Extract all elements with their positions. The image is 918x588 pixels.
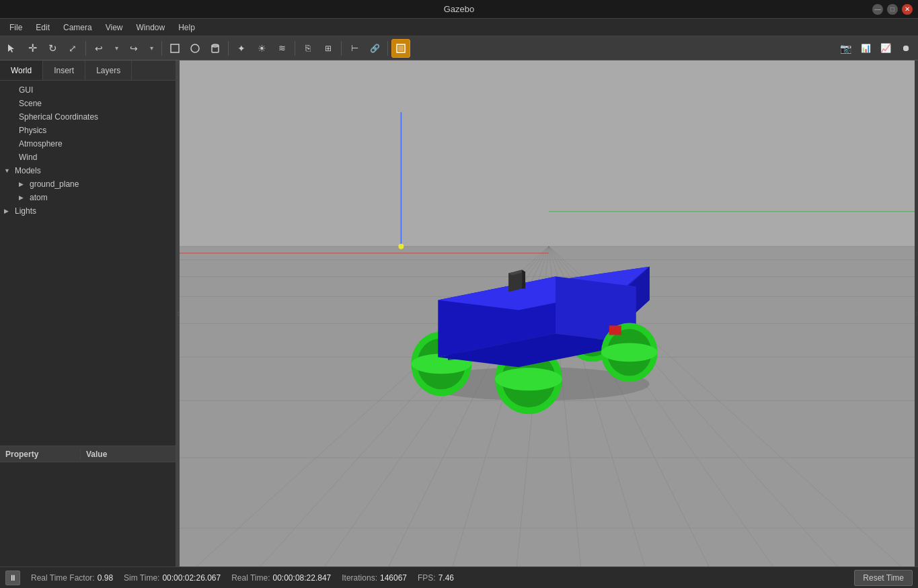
redo-dropdown-button[interactable]: ▾	[145, 39, 158, 58]
real-time-factor-value: 0.98	[98, 573, 113, 583]
snap-button[interactable]: 🔗	[365, 39, 384, 58]
real-time-group: Real Time: 00:00:08:22.847	[231, 573, 331, 583]
redo-button[interactable]: ↪	[124, 39, 143, 58]
box-button[interactable]	[165, 39, 184, 58]
tree-item-scene[interactable]: Scene	[0, 97, 176, 110]
screenshot-button[interactable]: 📷	[836, 39, 855, 58]
svg-rect-5	[398, 46, 404, 51]
menu-help[interactable]: Help	[173, 22, 200, 34]
translate-tool-button[interactable]: ✛	[23, 39, 42, 58]
tree-item-atmosphere[interactable]: Atmosphere	[0, 137, 176, 151]
view-mode-button[interactable]	[391, 39, 410, 58]
layers-tab[interactable]: Layers	[85, 60, 132, 80]
tree-item-gui[interactable]: GUI	[0, 83, 176, 97]
cylinder-button[interactable]	[206, 39, 225, 58]
world-tab[interactable]: World	[0, 60, 43, 80]
app-title: Gazebo	[444, 4, 475, 14]
fps-group: FPS: 7.46	[418, 573, 454, 583]
insert-tab[interactable]: Insert	[43, 60, 85, 80]
dir-light-button[interactable]: ≋	[272, 39, 291, 58]
fps-label: FPS:	[418, 573, 436, 583]
menu-view[interactable]: View	[100, 22, 128, 34]
toolbar-separator-5	[341, 41, 342, 56]
pause-button[interactable]: ⏸	[5, 571, 20, 585]
close-button[interactable]: ✕	[902, 4, 913, 15]
svg-rect-56	[609, 325, 621, 335]
property-body	[0, 462, 176, 566]
viewport-right-handle[interactable]: ⋮	[915, 60, 918, 566]
copy-button[interactable]: ⎘	[299, 39, 317, 58]
main-area: World Insert Layers GUI Scene Spherical …	[0, 60, 918, 566]
real-time-label: Real Time:	[231, 573, 270, 583]
toolbar-separator-2	[161, 41, 162, 56]
iterations-label: Iterations:	[342, 573, 377, 583]
toolbar-separator-6	[387, 41, 388, 56]
tree-item-physics[interactable]: Physics	[0, 124, 176, 137]
svg-point-1	[191, 44, 199, 52]
svg-point-52	[601, 343, 658, 362]
spot-light-button[interactable]: ☀	[252, 39, 271, 58]
tree-item-models[interactable]: ▼ Models	[0, 164, 176, 177]
undo-dropdown-button[interactable]: ▾	[110, 39, 123, 58]
property-header: Property Value	[0, 446, 176, 462]
align-button[interactable]: ⊢	[345, 39, 364, 58]
viewport[interactable]: ⋮	[180, 60, 918, 566]
real-time-factor-group: Real Time Factor: 0.98	[31, 573, 113, 583]
svg-marker-55	[522, 270, 525, 289]
tree-item-atom[interactable]: ▶ atom	[0, 191, 176, 204]
left-panel: World Insert Layers GUI Scene Spherical …	[0, 60, 176, 566]
restore-button[interactable]: □	[887, 4, 898, 15]
reset-time-button[interactable]: Reset Time	[854, 570, 913, 586]
world-tree: GUI Scene Spherical Coordinates Physics …	[0, 81, 176, 446]
menu-bar: FileEditCameraViewWindowHelp	[0, 19, 918, 36]
tree-item-wind[interactable]: Wind	[0, 151, 176, 164]
menu-window[interactable]: Window	[131, 22, 171, 34]
sim-time-group: Sim Time: 00:00:02:26.067	[124, 573, 221, 583]
minimize-button[interactable]: —	[872, 4, 883, 15]
property-panel: Property Value	[0, 446, 176, 566]
sim-time-value: 00:00:02:26.067	[162, 573, 221, 583]
scale-tool-button[interactable]: ⤢	[63, 39, 82, 58]
toolbar-separator-1	[85, 41, 86, 56]
menu-edit[interactable]: Edit	[30, 22, 55, 34]
menu-camera[interactable]: Camera	[58, 22, 98, 34]
toolbar-separator-3	[228, 41, 229, 56]
plot-button[interactable]: 📈	[876, 39, 895, 58]
panel-tabs: World Insert Layers	[0, 60, 176, 81]
svg-point-57	[398, 244, 404, 249]
title-bar: Gazebo — □ ✕	[0, 0, 918, 19]
status-bar: ⏸ Real Time Factor: 0.98 Sim Time: 00:00…	[0, 566, 918, 588]
viewport-canvas	[180, 60, 918, 566]
value-col-label: Value	[81, 450, 112, 459]
window-controls: — □ ✕	[872, 4, 913, 15]
tree-item-lights[interactable]: ▶ Lights	[0, 204, 176, 218]
iterations-value: 146067	[380, 573, 407, 583]
sphere-button[interactable]	[186, 39, 204, 58]
record-button[interactable]: ⏺	[896, 39, 915, 58]
undo-button[interactable]: ↩	[89, 39, 108, 58]
toolbar: ✛ ↻ ⤢ ↩ ▾ ↪ ▾ ✦ ☀ ≋ ⎘ ⊞ ⊢ 🔗 📷 📊 📈 ⏺	[0, 36, 918, 60]
property-col-label: Property	[0, 450, 81, 459]
log-button[interactable]: 📊	[856, 39, 875, 58]
menu-file[interactable]: File	[4, 22, 28, 34]
tree-item-ground-plane[interactable]: ▶ ground_plane	[0, 177, 176, 191]
fps-value: 7.46	[438, 573, 454, 583]
toolbar-separator-4	[295, 41, 295, 56]
select-tool-button[interactable]	[3, 39, 22, 58]
tree-item-spherical-coordinates[interactable]: Spherical Coordinates	[0, 110, 176, 124]
point-light-button[interactable]: ✦	[232, 39, 251, 58]
svg-rect-0	[171, 44, 179, 52]
paste-button[interactable]: ⊞	[319, 39, 338, 58]
iterations-group: Iterations: 146067	[342, 573, 407, 583]
sim-time-label: Sim Time:	[124, 573, 159, 583]
svg-point-38	[495, 368, 562, 390]
real-time-factor-label: Real Time Factor:	[31, 573, 95, 583]
real-time-value: 00:00:08:22.847	[273, 573, 332, 583]
rotate-tool-button[interactable]: ↻	[43, 39, 62, 58]
